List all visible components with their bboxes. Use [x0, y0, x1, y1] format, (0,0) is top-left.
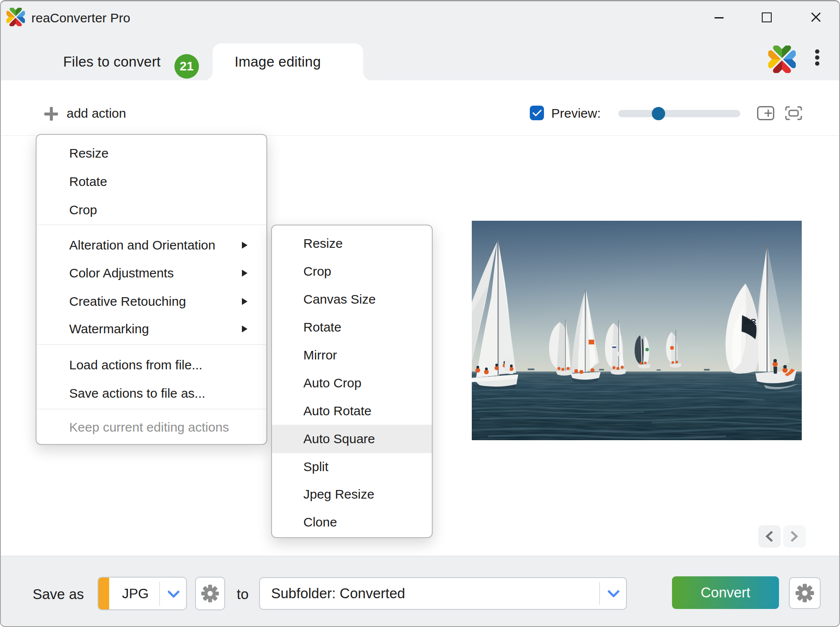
svg-text:A﻿IR: A﻿IR [743, 317, 757, 326]
